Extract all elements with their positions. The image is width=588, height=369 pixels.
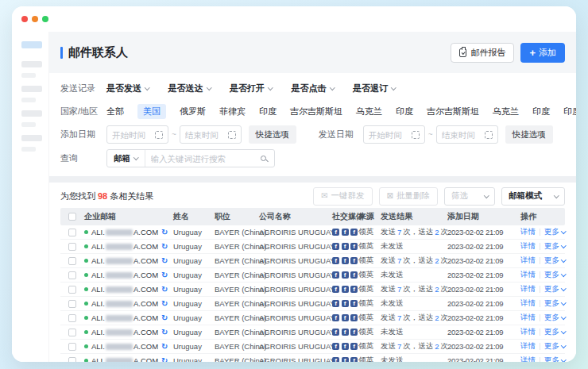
more-link[interactable]: 更多 bbox=[544, 313, 566, 323]
add-date-start-input[interactable] bbox=[106, 125, 168, 144]
verify-icon[interactable]: ↻ bbox=[161, 314, 168, 322]
facebook-icon[interactable]: f bbox=[332, 229, 339, 236]
filter-select[interactable]: 筛选 bbox=[444, 187, 495, 206]
facebook-icon[interactable]: f bbox=[342, 343, 349, 350]
details-link[interactable]: 详情 bbox=[520, 270, 536, 280]
facebook-icon[interactable]: f bbox=[342, 229, 349, 236]
facebook-icon[interactable]: f bbox=[332, 243, 339, 250]
send-filter-dropdown[interactable]: 是否打开 bbox=[230, 83, 273, 94]
facebook-icon[interactable]: f bbox=[350, 229, 358, 236]
facebook-icon[interactable]: f bbox=[342, 314, 349, 321]
facebook-icon[interactable]: f bbox=[342, 286, 349, 293]
verify-icon[interactable]: ↻ bbox=[161, 300, 168, 308]
facebook-icon[interactable]: f bbox=[350, 329, 358, 336]
send-filter-dropdown[interactable]: 是否退订 bbox=[353, 83, 396, 94]
window-zoom-button[interactable] bbox=[42, 16, 48, 22]
country-option[interactable]: 印度 bbox=[532, 106, 550, 117]
send-date-start-input[interactable] bbox=[363, 125, 425, 144]
send-filter-dropdown[interactable]: 是否点击 bbox=[292, 83, 335, 94]
bulk-send-button[interactable]: ✉ 一键群发 bbox=[313, 187, 372, 206]
facebook-icon[interactable]: f bbox=[332, 314, 339, 321]
more-link[interactable]: 更多 bbox=[544, 327, 566, 337]
details-link[interactable]: 详情 bbox=[520, 327, 536, 337]
row-checkbox[interactable] bbox=[68, 271, 76, 279]
details-link[interactable]: 详情 bbox=[520, 356, 536, 362]
facebook-icon[interactable]: f bbox=[350, 314, 358, 321]
facebook-icon[interactable]: f bbox=[342, 243, 349, 250]
more-link[interactable]: 更多 bbox=[544, 256, 566, 266]
window-minimize-button[interactable] bbox=[32, 16, 38, 22]
details-link[interactable]: 详情 bbox=[520, 256, 536, 266]
facebook-icon[interactable]: f bbox=[332, 343, 339, 350]
more-link[interactable]: 更多 bbox=[544, 241, 566, 252]
row-checkbox[interactable] bbox=[68, 357, 76, 363]
facebook-icon[interactable]: f bbox=[332, 271, 339, 279]
email-report-button[interactable]: 邮件报告 bbox=[451, 43, 514, 63]
search-input[interactable] bbox=[145, 154, 261, 163]
row-checkbox[interactable] bbox=[68, 300, 76, 308]
facebook-icon[interactable]: f bbox=[350, 271, 358, 279]
facebook-icon[interactable]: f bbox=[332, 286, 339, 293]
row-checkbox[interactable] bbox=[68, 229, 76, 236]
end-time-field[interactable] bbox=[442, 130, 482, 140]
country-option[interactable]: 印度 bbox=[396, 106, 413, 117]
country-option[interactable]: 印度 bbox=[259, 106, 277, 117]
verify-icon[interactable]: ↻ bbox=[161, 257, 168, 265]
facebook-icon[interactable]: f bbox=[342, 357, 349, 362]
window-close-button[interactable] bbox=[21, 16, 28, 22]
start-time-field[interactable] bbox=[112, 130, 152, 140]
facebook-icon[interactable]: f bbox=[350, 286, 358, 293]
send-date-end-input[interactable] bbox=[436, 125, 498, 144]
more-link[interactable]: 更多 bbox=[544, 356, 566, 362]
verify-icon[interactable]: ↻ bbox=[161, 271, 168, 279]
details-link[interactable]: 详情 bbox=[520, 227, 536, 237]
country-option[interactable]: 吉尔吉斯斯坦 bbox=[427, 106, 479, 117]
send-filter-dropdown[interactable]: 是否送达 bbox=[168, 83, 211, 94]
verify-icon[interactable]: ↻ bbox=[161, 343, 168, 351]
more-link[interactable]: 更多 bbox=[544, 284, 566, 294]
details-link[interactable]: 详情 bbox=[520, 284, 536, 294]
facebook-icon[interactable]: f bbox=[342, 329, 349, 336]
more-link[interactable]: 更多 bbox=[544, 227, 566, 237]
details-link[interactable]: 详情 bbox=[520, 341, 536, 352]
facebook-icon[interactable]: f bbox=[350, 243, 358, 250]
more-link[interactable]: 更多 bbox=[544, 341, 566, 352]
verify-icon[interactable]: ↻ bbox=[161, 229, 168, 236]
facebook-icon[interactable]: f bbox=[342, 257, 349, 264]
facebook-icon[interactable]: f bbox=[350, 300, 358, 307]
row-checkbox[interactable] bbox=[68, 243, 76, 251]
country-option[interactable]: 美国 bbox=[137, 104, 166, 119]
facebook-icon[interactable]: f bbox=[350, 257, 358, 264]
send-date-quick-options-button[interactable]: 快捷选项 bbox=[505, 125, 553, 144]
country-option[interactable]: 全部 bbox=[106, 106, 124, 117]
details-link[interactable]: 详情 bbox=[520, 298, 536, 309]
bulk-delete-button[interactable]: ⊠ 批量删除 bbox=[379, 187, 438, 206]
facebook-icon[interactable]: f bbox=[342, 271, 349, 279]
row-checkbox[interactable] bbox=[68, 286, 76, 294]
details-link[interactable]: 详情 bbox=[520, 241, 536, 252]
mode-select[interactable]: 邮箱模式 bbox=[501, 187, 565, 206]
facebook-icon[interactable]: f bbox=[350, 343, 358, 350]
row-checkbox[interactable] bbox=[68, 314, 76, 322]
select-all-checkbox[interactable] bbox=[68, 213, 76, 221]
query-field-select[interactable]: 邮箱 bbox=[107, 153, 145, 164]
country-option[interactable]: 吉尔吉斯斯坦 bbox=[290, 106, 342, 117]
details-link[interactable]: 详情 bbox=[520, 313, 536, 323]
more-link[interactable]: 更多 bbox=[544, 298, 566, 309]
row-checkbox[interactable] bbox=[68, 343, 76, 351]
end-time-field[interactable] bbox=[185, 130, 225, 140]
send-filter-dropdown[interactable]: 是否发送 bbox=[106, 83, 149, 94]
country-option[interactable]: 菲律宾 bbox=[219, 106, 246, 117]
verify-icon[interactable]: ↻ bbox=[161, 243, 168, 251]
verify-icon[interactable]: ↻ bbox=[161, 357, 168, 363]
add-date-end-input[interactable] bbox=[180, 125, 242, 144]
country-option[interactable]: 乌克兰 bbox=[493, 106, 519, 117]
row-checkbox[interactable] bbox=[68, 329, 76, 336]
start-time-field[interactable] bbox=[369, 130, 408, 140]
row-checkbox[interactable] bbox=[68, 257, 76, 265]
facebook-icon[interactable]: f bbox=[332, 329, 339, 336]
add-button[interactable]: + 添加 bbox=[520, 43, 565, 63]
verify-icon[interactable]: ↻ bbox=[161, 286, 168, 294]
verify-icon[interactable]: ↻ bbox=[161, 329, 168, 336]
facebook-icon[interactable]: f bbox=[332, 357, 339, 362]
